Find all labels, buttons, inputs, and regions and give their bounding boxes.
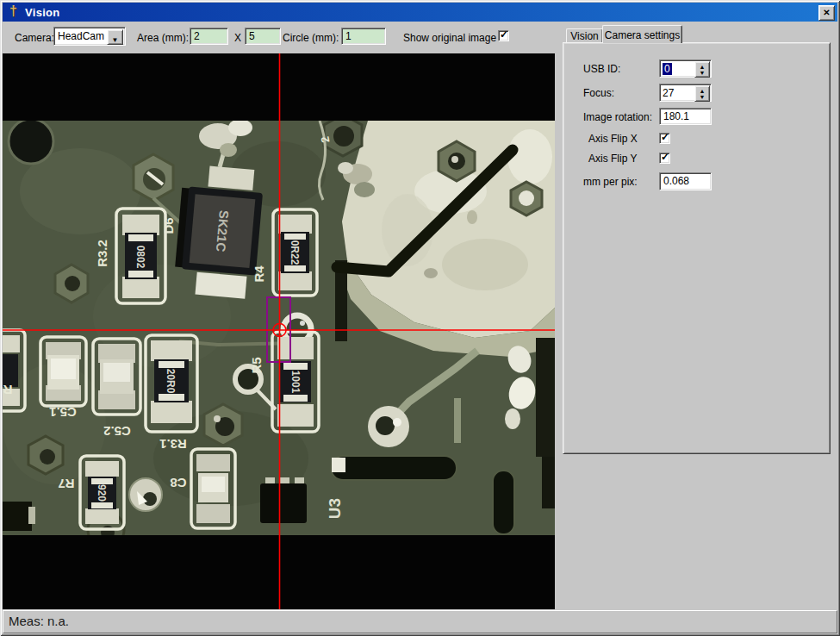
usb-id-input[interactable]: 0 ▲ ▼: [659, 59, 712, 78]
svg-text:0R22: 0R22: [289, 240, 301, 265]
show-original-checkbox[interactable]: ✓: [498, 30, 509, 41]
corner-chip: [3, 502, 35, 531]
spin-up-icon[interactable]: ▲: [700, 88, 706, 94]
measurement-status: Meas: n.a.: [9, 614, 69, 628]
status-bar: Meas: n.a.: [3, 610, 837, 633]
show-original-label: Show original image: [403, 32, 496, 44]
focus-spinner[interactable]: ▲ ▼: [694, 85, 710, 102]
circle-field[interactable]: 1: [341, 28, 386, 45]
mm-per-pix-label: mm per pix:: [583, 176, 638, 188]
image-rotation-field[interactable]: 180.1: [659, 108, 712, 125]
svg-text:R5: R5: [249, 357, 264, 373]
title-bar: † Vision: [3, 3, 837, 22]
spin-down-icon[interactable]: ▼: [700, 70, 706, 76]
svg-text:20R0: 20R0: [165, 369, 177, 394]
axis-flip-x-label: Axis Flip X: [588, 133, 638, 145]
mm-per-pix-field[interactable]: 0.068: [659, 172, 712, 190]
area-label: Area (mm):: [137, 32, 189, 44]
focus-value: 27: [663, 87, 674, 99]
area-height-field[interactable]: 5: [245, 28, 281, 45]
top-black-band: [3, 53, 555, 121]
camera-select[interactable]: HeadCam ▼: [53, 27, 126, 46]
camera-image-viewport[interactable]: 0802 R3.2 SK21C D6 0R22 R4 1001 R5: [3, 53, 555, 609]
axis-flip-y-label: Axis Flip Y: [588, 153, 637, 165]
spin-up-icon[interactable]: ▲: [700, 64, 706, 70]
check-icon: ✓: [661, 131, 669, 143]
focus-label: Focus:: [583, 87, 614, 99]
svg-text:C8: C8: [170, 476, 186, 490]
spin-down-icon[interactable]: ▼: [700, 94, 706, 100]
area-width-field[interactable]: 2: [190, 28, 228, 45]
svg-text:R4: R4: [252, 265, 266, 283]
svg-text:R3.1: R3.1: [159, 437, 187, 452]
close-button[interactable]: ✕: [818, 5, 835, 21]
svg-text:C5.1: C5.1: [49, 405, 77, 420]
svg-text:0802: 0802: [134, 246, 146, 269]
axis-flip-y-checkbox[interactable]: ✓: [659, 153, 670, 164]
area-separator-label: X: [234, 32, 241, 44]
axis-flip-x-checkbox[interactable]: ✓: [659, 133, 670, 144]
svg-text:R3.2: R3.2: [95, 240, 109, 267]
camera-settings-panel: [563, 42, 831, 454]
usb-id-value: 0: [663, 63, 672, 75]
svg-text:920: 920: [96, 484, 108, 502]
app-icon: †: [9, 3, 17, 19]
camera-label: Camera:: [15, 32, 54, 44]
camera-select-button[interactable]: ▼: [107, 29, 123, 45]
svg-text:D6: D6: [161, 217, 176, 234]
round-pad: [129, 478, 162, 511]
camera-select-value: HeadCam: [58, 30, 104, 42]
circle-label: Circle (mm):: [283, 32, 339, 44]
pcb-photo: 0802 R3.2 SK21C D6 0R22 R4 1001 R5: [3, 53, 555, 609]
bottom-black-band: [3, 535, 555, 609]
svg-text:C5.2: C5.2: [103, 424, 131, 439]
dropdown-arrow-icon: ▼: [112, 36, 119, 44]
image-rotation-label: Image rotation:: [583, 111, 652, 123]
svg-text:R7: R7: [58, 477, 74, 491]
drill-hole: [9, 119, 53, 164]
usb-id-spinner[interactable]: ▲ ▼: [694, 61, 710, 78]
tab-vision[interactable]: Vision: [566, 28, 603, 42]
via-highlight: [300, 321, 305, 326]
tab-camera-settings[interactable]: Camera settings: [602, 25, 682, 43]
check-icon: ✓: [500, 28, 508, 41]
usb-id-label: USB ID:: [583, 63, 620, 75]
svg-text:R: R: [3, 383, 12, 397]
window-title: Vision: [25, 6, 60, 19]
svg-text:U3: U3: [326, 498, 344, 519]
via-bottom: [368, 406, 409, 447]
svg-text:1001: 1001: [289, 371, 302, 394]
close-icon: ✕: [823, 8, 830, 17]
check-icon: ✓: [661, 151, 669, 163]
focus-input[interactable]: 27 ▲ ▼: [659, 84, 712, 102]
